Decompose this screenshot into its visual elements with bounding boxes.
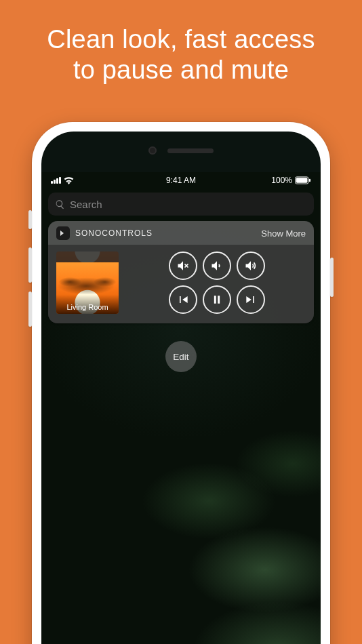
- search-input[interactable]: [70, 199, 307, 210]
- playback-controls: [128, 251, 306, 314]
- phone-power-button: [330, 258, 334, 297]
- search-bar[interactable]: [48, 193, 314, 216]
- app-icon: [56, 226, 70, 240]
- headline-line-1: Clean look, fast access: [47, 25, 315, 54]
- edit-label: Edit: [173, 352, 188, 362]
- phone-bezel: 9:41 AM 100%: [41, 132, 321, 644]
- phone-volume-down-button: [28, 291, 32, 327]
- status-right: 100%: [271, 176, 311, 185]
- promo-headline: Clean look, fast access to pause and mut…: [0, 0, 362, 85]
- room-label: Living Room: [56, 295, 119, 314]
- status-bar: 9:41 AM 100%: [41, 172, 321, 188]
- front-camera-icon: [148, 146, 157, 155]
- widget-title: SONOCONTROLS: [75, 228, 153, 238]
- battery-icon: [295, 176, 311, 184]
- wifi-icon: [64, 177, 74, 184]
- status-time: 9:41 AM: [166, 176, 196, 185]
- show-more-button[interactable]: Show More: [261, 228, 306, 239]
- previous-track-button[interactable]: [169, 285, 197, 314]
- widget-header: SONOCONTROLS Show More: [48, 221, 314, 245]
- sonocontrols-widget: SONOCONTROLS Show More 15 Living Room: [48, 221, 314, 323]
- cellular-signal-icon: [51, 177, 61, 184]
- widget-body: 15 Living Room: [48, 245, 314, 323]
- headline-line-2: to pause and mute: [73, 56, 289, 84]
- phone-screen: 9:41 AM 100%: [41, 172, 321, 644]
- status-left: [51, 177, 74, 184]
- next-track-button[interactable]: [237, 285, 265, 314]
- search-wrap: [48, 193, 314, 216]
- volume-down-button[interactable]: [203, 251, 231, 280]
- phone-frame: 9:41 AM 100%: [32, 122, 330, 644]
- battery-percentage: 100%: [271, 176, 292, 185]
- svg-rect-1: [296, 178, 308, 182]
- phone-sensor-bar: [148, 146, 214, 155]
- phone-volume-up-button: [28, 247, 32, 283]
- search-icon: [55, 199, 65, 209]
- pause-button[interactable]: [203, 285, 231, 314]
- volume-badge: 15: [58, 253, 71, 262]
- mute-button[interactable]: [169, 251, 197, 280]
- volume-up-button[interactable]: [237, 251, 265, 280]
- svg-rect-2: [309, 179, 310, 182]
- edit-button[interactable]: Edit: [165, 341, 197, 372]
- album-art[interactable]: 15 Living Room: [56, 251, 119, 314]
- phone-mute-switch: [28, 210, 32, 229]
- earpiece-icon: [167, 148, 214, 153]
